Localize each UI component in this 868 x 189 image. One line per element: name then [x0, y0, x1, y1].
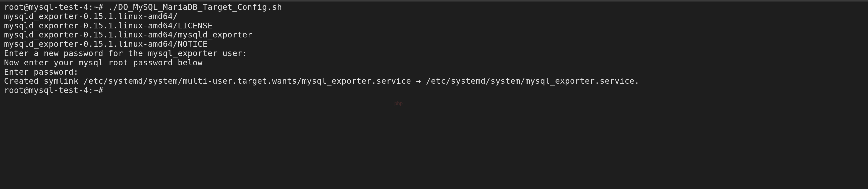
terminal-line: mysqld_exporter-0.15.1.linux-amd64/LICEN…: [4, 21, 864, 30]
terminal-line: Enter a new password for the mysql_expor…: [4, 49, 864, 58]
terminal-line: mysqld_exporter-0.15.1.linux-amd64/: [4, 12, 864, 21]
terminal-line: mysqld_exporter-0.15.1.linux-amd64/NOTIC…: [4, 39, 864, 49]
terminal-line: mysqld_exporter-0.15.1.linux-amd64/mysql…: [4, 30, 864, 39]
terminal-prompt[interactable]: root@mysql-test-4:~#: [4, 86, 864, 95]
terminal-line: Enter password:: [4, 67, 864, 77]
terminal-line: Created symlink /etc/systemd/system/mult…: [4, 76, 864, 86]
terminal-output[interactable]: root@mysql-test-4:~# ./DO_MySQL_MariaDB_…: [4, 2, 864, 95]
window-top-bar: [0, 0, 868, 1]
watermark: php: [394, 100, 403, 106]
terminal-line: root@mysql-test-4:~# ./DO_MySQL_MariaDB_…: [4, 2, 864, 12]
terminal-line: Now enter your mysql root password below: [4, 58, 864, 67]
